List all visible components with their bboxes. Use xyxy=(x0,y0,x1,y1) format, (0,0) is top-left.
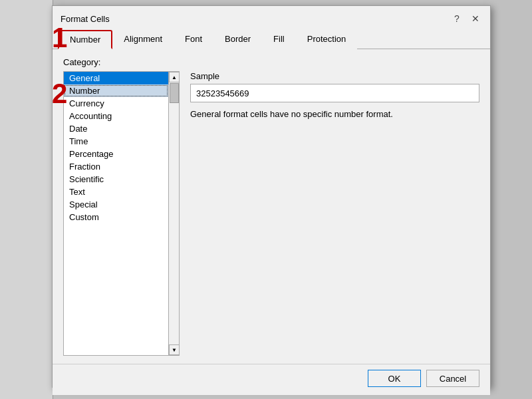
dialog-footer: OK Cancel xyxy=(53,364,490,395)
category-item-time[interactable]: Time xyxy=(64,135,168,148)
scroll-up-arrow[interactable]: ▲ xyxy=(169,72,180,82)
dialog-content: Category: GeneralNumberCurrencyAccountin… xyxy=(53,49,490,364)
category-item-percentage[interactable]: Percentage xyxy=(64,148,168,160)
category-list-container: GeneralNumberCurrencyAccountingDateTimeP… xyxy=(63,71,180,356)
category-label: Category: xyxy=(63,57,479,67)
spreadsheet-background xyxy=(0,0,53,399)
dialog-title: Format Cells xyxy=(61,14,110,24)
description-text: General format cells have no specific nu… xyxy=(190,109,479,119)
category-item-custom[interactable]: Custom xyxy=(64,211,168,223)
category-item-fraction[interactable]: Fraction xyxy=(64,160,168,173)
category-item-text[interactable]: Text xyxy=(64,186,168,198)
title-actions: ? ✕ xyxy=(449,11,483,26)
tab-alignment[interactable]: Alignment xyxy=(112,30,174,49)
tab-font[interactable]: Font xyxy=(174,30,213,49)
scroll-track xyxy=(169,82,179,344)
right-panel: Sample 32523545669 General format cells … xyxy=(190,71,479,356)
scroll-thumb[interactable] xyxy=(170,83,179,103)
scroll-down-arrow[interactable]: ▼ xyxy=(169,344,180,355)
tab-bar: Number Alignment Font Border Fill Protec… xyxy=(53,30,490,49)
category-item-accounting[interactable]: Accounting xyxy=(64,110,168,122)
sample-label: Sample xyxy=(190,71,479,81)
tab-fill[interactable]: Fill xyxy=(262,30,296,49)
category-item-number[interactable]: Number xyxy=(64,84,168,97)
tab-number[interactable]: Number xyxy=(58,30,112,49)
help-button[interactable]: ? xyxy=(449,11,465,26)
cancel-button[interactable]: Cancel xyxy=(426,370,479,387)
sample-value: 32523545669 xyxy=(190,84,479,102)
category-item-special[interactable]: Special xyxy=(64,198,168,211)
dialog-title-bar: Format Cells ? ✕ xyxy=(53,6,490,30)
main-area: GeneralNumberCurrencyAccountingDateTimeP… xyxy=(63,71,479,356)
category-item-date[interactable]: Date xyxy=(64,122,168,135)
category-item-scientific[interactable]: Scientific xyxy=(64,173,168,186)
tab-protection[interactable]: Protection xyxy=(296,30,358,49)
close-button[interactable]: ✕ xyxy=(467,11,483,26)
category-item-general[interactable]: General xyxy=(64,72,168,84)
scrollbar[interactable]: ▲ ▼ xyxy=(168,72,179,355)
format-cells-dialog: Format Cells ? ✕ Number Alignment Font B… xyxy=(52,5,491,388)
category-item-currency[interactable]: Currency xyxy=(64,97,168,110)
tab-border[interactable]: Border xyxy=(213,30,262,49)
ok-button[interactable]: OK xyxy=(368,370,421,387)
category-list: GeneralNumberCurrencyAccountingDateTimeP… xyxy=(64,72,168,355)
